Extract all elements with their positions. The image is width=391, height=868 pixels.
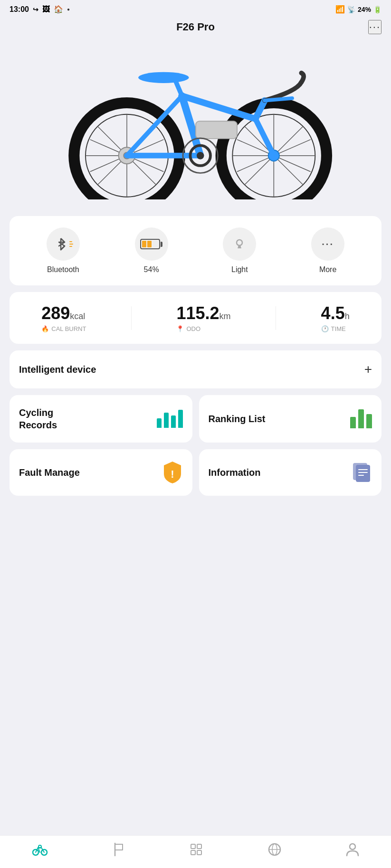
light-icon-circle — [223, 227, 256, 261]
bottom-nav — [0, 835, 391, 868]
svg-point-44 — [38, 845, 41, 848]
book-icon — [351, 461, 372, 482]
stats-row: 289kcal 🔥 CAL BURNT 115.2km 📍 ODO 4.5h — [19, 303, 372, 332]
quick-actions-row: Bluetooth 54% — [19, 227, 372, 274]
distance-label: 📍 ODO — [176, 325, 200, 332]
cycling-records-card[interactable]: CyclingRecords — [10, 395, 192, 443]
stat-divider-1 — [131, 306, 132, 330]
wifi-icon: 📶 — [335, 5, 345, 14]
nav-item-routes[interactable] — [189, 842, 203, 857]
status-dot: ● — [67, 7, 70, 12]
battery-icon-circle — [135, 227, 168, 261]
battery-tip — [161, 242, 162, 247]
svg-rect-38 — [356, 465, 370, 482]
stat-calories: 289kcal 🔥 CAL BURNT — [41, 303, 86, 332]
ranking-list-icon — [350, 409, 372, 428]
status-left: 13:00 ↪ 🖼 🏠 ● — [10, 5, 70, 14]
bluetooth-symbol — [53, 236, 68, 252]
bluetooth-waves — [69, 241, 73, 247]
svg-rect-48 — [191, 850, 195, 855]
quick-actions-card: Bluetooth 54% — [10, 216, 381, 285]
flag-nav-icon — [112, 842, 125, 857]
stat-divider-2 — [276, 306, 276, 330]
svg-rect-34 — [238, 246, 241, 247]
add-device-button[interactable]: + — [364, 362, 372, 377]
intelligent-title: Intelligent device — [19, 364, 96, 375]
nav-item-discover[interactable] — [267, 842, 282, 857]
battery-percent: 24% — [358, 6, 371, 13]
page-title: F26 Pro — [176, 21, 215, 33]
calories-label: 🔥 CAL BURNT — [41, 325, 86, 332]
stats-card: 289kcal 🔥 CAL BURNT 115.2km 📍 ODO 4.5h — [10, 292, 381, 344]
bike-svg — [58, 47, 334, 199]
nav-item-flag[interactable] — [112, 842, 125, 857]
signal-icon: 📡 — [347, 6, 355, 13]
more-dots-icon: ··· — [322, 239, 334, 250]
svg-rect-47 — [197, 844, 201, 849]
light-icon — [232, 236, 247, 252]
clock-icon: 🕐 — [321, 325, 329, 332]
ranking-list-label: Ranking List — [209, 413, 266, 425]
intelligent-device-card: Intelligent device + — [10, 350, 381, 388]
stat-time: 4.5h 🕐 TIME — [321, 303, 350, 332]
battery-icon: 🔋 — [373, 6, 381, 13]
status-arrow: ↪ — [33, 6, 38, 13]
status-bar: 13:00 ↪ 🖼 🏠 ● 📶 📡 24% 🔋 — [0, 0, 391, 16]
more-icon-circle: ··· — [311, 227, 344, 261]
nav-item-bike[interactable] — [32, 843, 48, 856]
time-label: 🕐 TIME — [321, 325, 346, 332]
fault-manage-icon: ! — [162, 461, 183, 484]
routes-nav-icon — [189, 842, 203, 857]
light-label: Light — [231, 265, 248, 274]
svg-rect-35 — [238, 247, 241, 248]
action-more[interactable]: ··· More — [311, 227, 344, 274]
status-right: 📶 📡 24% 🔋 — [335, 5, 381, 14]
svg-text:!: ! — [171, 468, 174, 480]
ranking-list-card[interactable]: Ranking List — [199, 395, 382, 443]
nav-item-profile[interactable] — [346, 842, 359, 857]
cycling-records-icon — [157, 410, 183, 428]
menu-button[interactable]: ··· — [368, 20, 381, 34]
fault-manage-label: Fault Manage — [19, 466, 80, 479]
bike-illustration — [0, 36, 391, 216]
profile-nav-icon — [346, 842, 359, 857]
information-label: Information — [209, 466, 261, 479]
svg-rect-49 — [197, 850, 201, 855]
svg-rect-46 — [191, 844, 195, 849]
location-icon: 📍 — [176, 325, 184, 332]
cycling-records-label: CyclingRecords — [19, 406, 57, 431]
grid-cards: CyclingRecords Ranking List Fault Manage… — [10, 395, 381, 496]
fire-icon: 🔥 — [41, 325, 49, 332]
bluetooth-label: Bluetooth — [47, 265, 79, 274]
svg-line-24 — [255, 119, 274, 155]
svg-line-26 — [265, 98, 292, 101]
svg-point-30 — [196, 152, 203, 159]
distance-value: 115.2km — [176, 303, 230, 323]
more-label: More — [319, 265, 336, 274]
header: F26 Pro ··· — [0, 16, 391, 36]
calories-value: 289kcal — [41, 303, 85, 323]
action-battery[interactable]: 54% — [135, 227, 168, 274]
fault-manage-card[interactable]: Fault Manage ! — [10, 449, 192, 496]
battery-label: 54% — [144, 265, 159, 274]
stat-distance: 115.2km 📍 ODO — [176, 303, 230, 332]
svg-point-28 — [138, 72, 189, 83]
svg-point-53 — [350, 844, 355, 849]
status-photo-icon: 🖼 — [42, 5, 50, 14]
status-home-icon: 🏠 — [54, 5, 63, 14]
bluetooth-icon — [53, 236, 73, 252]
time-value: 4.5h — [321, 303, 350, 323]
action-light[interactable]: Light — [223, 227, 256, 274]
status-time: 13:00 — [10, 5, 29, 14]
svg-rect-31 — [196, 121, 237, 139]
intelligent-row: Intelligent device + — [19, 362, 372, 377]
information-card[interactable]: Information — [199, 449, 382, 496]
bluetooth-icon-circle — [47, 227, 80, 261]
battery-display-icon — [140, 239, 162, 249]
battery-body — [140, 239, 160, 249]
information-icon — [351, 461, 372, 484]
bike-nav-icon — [32, 843, 48, 856]
discover-nav-icon — [267, 842, 282, 857]
svg-point-33 — [237, 240, 242, 245]
action-bluetooth[interactable]: Bluetooth — [47, 227, 80, 274]
